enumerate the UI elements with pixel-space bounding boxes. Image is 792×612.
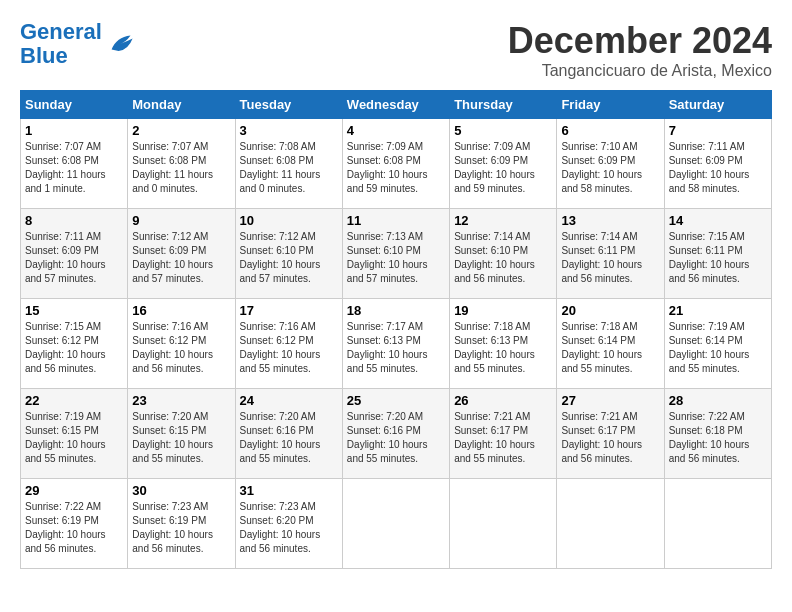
col-thursday: Thursday xyxy=(450,91,557,119)
calendar-empty-cell xyxy=(450,479,557,569)
day-number: 27 xyxy=(561,393,659,408)
calendar-table: Sunday Monday Tuesday Wednesday Thursday… xyxy=(20,90,772,569)
col-tuesday: Tuesday xyxy=(235,91,342,119)
day-info: Sunrise: 7:12 AMSunset: 6:09 PMDaylight:… xyxy=(132,231,213,284)
calendar-day-cell: 5Sunrise: 7:09 AMSunset: 6:09 PMDaylight… xyxy=(450,119,557,209)
day-info: Sunrise: 7:16 AMSunset: 6:12 PMDaylight:… xyxy=(240,321,321,374)
day-number: 13 xyxy=(561,213,659,228)
day-info: Sunrise: 7:20 AMSunset: 6:15 PMDaylight:… xyxy=(132,411,213,464)
day-info: Sunrise: 7:19 AMSunset: 6:15 PMDaylight:… xyxy=(25,411,106,464)
calendar-day-cell: 13Sunrise: 7:14 AMSunset: 6:11 PMDayligh… xyxy=(557,209,664,299)
day-number: 25 xyxy=(347,393,445,408)
day-info: Sunrise: 7:19 AMSunset: 6:14 PMDaylight:… xyxy=(669,321,750,374)
col-friday: Friday xyxy=(557,91,664,119)
calendar-day-cell: 20Sunrise: 7:18 AMSunset: 6:14 PMDayligh… xyxy=(557,299,664,389)
day-number: 18 xyxy=(347,303,445,318)
day-number: 6 xyxy=(561,123,659,138)
calendar-empty-cell xyxy=(557,479,664,569)
calendar-day-cell: 26Sunrise: 7:21 AMSunset: 6:17 PMDayligh… xyxy=(450,389,557,479)
day-info: Sunrise: 7:07 AMSunset: 6:08 PMDaylight:… xyxy=(132,141,213,194)
calendar-day-cell: 18Sunrise: 7:17 AMSunset: 6:13 PMDayligh… xyxy=(342,299,449,389)
col-saturday: Saturday xyxy=(664,91,771,119)
calendar-day-cell: 25Sunrise: 7:20 AMSunset: 6:16 PMDayligh… xyxy=(342,389,449,479)
calendar-day-cell: 22Sunrise: 7:19 AMSunset: 6:15 PMDayligh… xyxy=(21,389,128,479)
day-number: 19 xyxy=(454,303,552,318)
calendar-day-cell: 4Sunrise: 7:09 AMSunset: 6:08 PMDaylight… xyxy=(342,119,449,209)
day-info: Sunrise: 7:15 AMSunset: 6:12 PMDaylight:… xyxy=(25,321,106,374)
day-info: Sunrise: 7:20 AMSunset: 6:16 PMDaylight:… xyxy=(240,411,321,464)
day-info: Sunrise: 7:20 AMSunset: 6:16 PMDaylight:… xyxy=(347,411,428,464)
day-info: Sunrise: 7:11 AMSunset: 6:09 PMDaylight:… xyxy=(25,231,106,284)
day-number: 9 xyxy=(132,213,230,228)
day-number: 15 xyxy=(25,303,123,318)
calendar-day-cell: 31Sunrise: 7:23 AMSunset: 6:20 PMDayligh… xyxy=(235,479,342,569)
calendar-day-cell: 9Sunrise: 7:12 AMSunset: 6:09 PMDaylight… xyxy=(128,209,235,299)
calendar-day-cell: 3Sunrise: 7:08 AMSunset: 6:08 PMDaylight… xyxy=(235,119,342,209)
day-number: 8 xyxy=(25,213,123,228)
calendar-empty-cell xyxy=(664,479,771,569)
day-number: 31 xyxy=(240,483,338,498)
calendar-empty-cell xyxy=(342,479,449,569)
day-number: 4 xyxy=(347,123,445,138)
day-number: 24 xyxy=(240,393,338,408)
day-info: Sunrise: 7:08 AMSunset: 6:08 PMDaylight:… xyxy=(240,141,321,194)
day-number: 21 xyxy=(669,303,767,318)
day-info: Sunrise: 7:14 AMSunset: 6:10 PMDaylight:… xyxy=(454,231,535,284)
day-info: Sunrise: 7:18 AMSunset: 6:13 PMDaylight:… xyxy=(454,321,535,374)
day-info: Sunrise: 7:07 AMSunset: 6:08 PMDaylight:… xyxy=(25,141,106,194)
calendar-day-cell: 1Sunrise: 7:07 AMSunset: 6:08 PMDaylight… xyxy=(21,119,128,209)
day-number: 14 xyxy=(669,213,767,228)
calendar-day-cell: 30Sunrise: 7:23 AMSunset: 6:19 PMDayligh… xyxy=(128,479,235,569)
day-number: 12 xyxy=(454,213,552,228)
day-info: Sunrise: 7:18 AMSunset: 6:14 PMDaylight:… xyxy=(561,321,642,374)
day-info: Sunrise: 7:15 AMSunset: 6:11 PMDaylight:… xyxy=(669,231,750,284)
page-header: GeneralBlue December 2024 Tangancicuaro … xyxy=(20,20,772,80)
day-number: 7 xyxy=(669,123,767,138)
day-info: Sunrise: 7:23 AMSunset: 6:19 PMDaylight:… xyxy=(132,501,213,554)
day-number: 10 xyxy=(240,213,338,228)
calendar-week-row: 15Sunrise: 7:15 AMSunset: 6:12 PMDayligh… xyxy=(21,299,772,389)
day-info: Sunrise: 7:22 AMSunset: 6:18 PMDaylight:… xyxy=(669,411,750,464)
day-info: Sunrise: 7:13 AMSunset: 6:10 PMDaylight:… xyxy=(347,231,428,284)
day-number: 29 xyxy=(25,483,123,498)
day-info: Sunrise: 7:17 AMSunset: 6:13 PMDaylight:… xyxy=(347,321,428,374)
col-sunday: Sunday xyxy=(21,91,128,119)
day-number: 2 xyxy=(132,123,230,138)
month-title: December 2024 xyxy=(508,20,772,62)
calendar-header-row: Sunday Monday Tuesday Wednesday Thursday… xyxy=(21,91,772,119)
day-number: 26 xyxy=(454,393,552,408)
day-info: Sunrise: 7:10 AMSunset: 6:09 PMDaylight:… xyxy=(561,141,642,194)
day-number: 20 xyxy=(561,303,659,318)
calendar-day-cell: 21Sunrise: 7:19 AMSunset: 6:14 PMDayligh… xyxy=(664,299,771,389)
calendar-day-cell: 14Sunrise: 7:15 AMSunset: 6:11 PMDayligh… xyxy=(664,209,771,299)
calendar-day-cell: 7Sunrise: 7:11 AMSunset: 6:09 PMDaylight… xyxy=(664,119,771,209)
day-info: Sunrise: 7:14 AMSunset: 6:11 PMDaylight:… xyxy=(561,231,642,284)
calendar-day-cell: 16Sunrise: 7:16 AMSunset: 6:12 PMDayligh… xyxy=(128,299,235,389)
day-info: Sunrise: 7:11 AMSunset: 6:09 PMDaylight:… xyxy=(669,141,750,194)
calendar-day-cell: 29Sunrise: 7:22 AMSunset: 6:19 PMDayligh… xyxy=(21,479,128,569)
day-number: 17 xyxy=(240,303,338,318)
day-number: 28 xyxy=(669,393,767,408)
location-subtitle: Tangancicuaro de Arista, Mexico xyxy=(508,62,772,80)
calendar-week-row: 8Sunrise: 7:11 AMSunset: 6:09 PMDaylight… xyxy=(21,209,772,299)
calendar-day-cell: 8Sunrise: 7:11 AMSunset: 6:09 PMDaylight… xyxy=(21,209,128,299)
calendar-day-cell: 17Sunrise: 7:16 AMSunset: 6:12 PMDayligh… xyxy=(235,299,342,389)
logo-text: GeneralBlue xyxy=(20,20,102,68)
day-number: 23 xyxy=(132,393,230,408)
day-info: Sunrise: 7:21 AMSunset: 6:17 PMDaylight:… xyxy=(561,411,642,464)
calendar-day-cell: 2Sunrise: 7:07 AMSunset: 6:08 PMDaylight… xyxy=(128,119,235,209)
day-number: 11 xyxy=(347,213,445,228)
calendar-day-cell: 12Sunrise: 7:14 AMSunset: 6:10 PMDayligh… xyxy=(450,209,557,299)
col-monday: Monday xyxy=(128,91,235,119)
day-number: 30 xyxy=(132,483,230,498)
day-number: 5 xyxy=(454,123,552,138)
day-info: Sunrise: 7:12 AMSunset: 6:10 PMDaylight:… xyxy=(240,231,321,284)
calendar-day-cell: 15Sunrise: 7:15 AMSunset: 6:12 PMDayligh… xyxy=(21,299,128,389)
calendar-day-cell: 24Sunrise: 7:20 AMSunset: 6:16 PMDayligh… xyxy=(235,389,342,479)
day-number: 1 xyxy=(25,123,123,138)
day-info: Sunrise: 7:23 AMSunset: 6:20 PMDaylight:… xyxy=(240,501,321,554)
calendar-day-cell: 10Sunrise: 7:12 AMSunset: 6:10 PMDayligh… xyxy=(235,209,342,299)
logo: GeneralBlue xyxy=(20,20,134,68)
col-wednesday: Wednesday xyxy=(342,91,449,119)
day-info: Sunrise: 7:21 AMSunset: 6:17 PMDaylight:… xyxy=(454,411,535,464)
